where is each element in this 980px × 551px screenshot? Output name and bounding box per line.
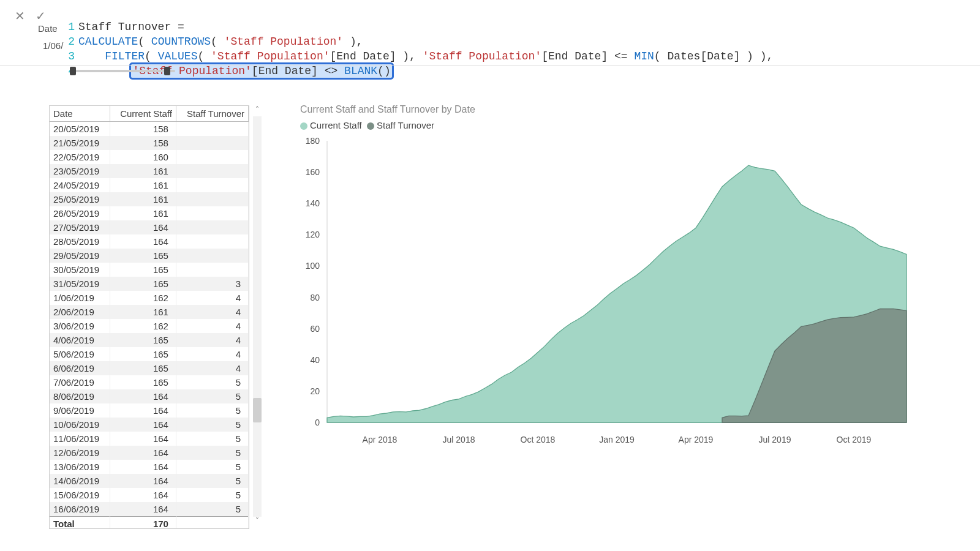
table-row[interactable]: 7/06/20191655 bbox=[50, 375, 249, 389]
close-icon: ✕ bbox=[15, 9, 25, 23]
cell-current: 161 bbox=[110, 305, 176, 319]
total-turnover bbox=[176, 517, 248, 530]
cell-date: 23/05/2019 bbox=[50, 164, 110, 178]
legend-label-2: Staff Turnover bbox=[377, 120, 434, 130]
cell-current: 164 bbox=[110, 502, 176, 517]
cell-turnover bbox=[176, 136, 248, 150]
cell-turnover bbox=[176, 249, 248, 263]
date-slicer-slider[interactable] bbox=[72, 70, 175, 72]
col-header-current[interactable]: Current Staff bbox=[110, 106, 176, 122]
data-table: Date Current Staff Staff Turnover 20/05/… bbox=[50, 106, 249, 529]
cell-turnover: 4 bbox=[176, 361, 248, 375]
cell-turnover bbox=[176, 164, 248, 178]
cell-date: 7/06/2019 bbox=[50, 375, 110, 389]
y-axis-tick: 40 bbox=[300, 355, 320, 365]
scrollbar-track[interactable] bbox=[253, 116, 262, 517]
cell-current: 164 bbox=[110, 403, 176, 418]
x-axis-tick: Apr 2018 bbox=[363, 435, 398, 444]
cell-turnover: 4 bbox=[176, 305, 248, 319]
cell-date: 8/06/2019 bbox=[50, 389, 110, 403]
cell-turnover: 5 bbox=[176, 389, 248, 403]
table-row[interactable]: 4/06/20191654 bbox=[50, 333, 249, 347]
y-axis-tick: 180 bbox=[300, 136, 320, 146]
cell-date: 14/06/2019 bbox=[50, 474, 110, 488]
cell-current: 164 bbox=[110, 446, 176, 460]
cell-date: 27/05/2019 bbox=[50, 220, 110, 234]
cell-current: 164 bbox=[110, 432, 176, 446]
scrollbar-thumb[interactable] bbox=[253, 398, 262, 422]
cell-turnover bbox=[176, 192, 248, 206]
dax-editor[interactable]: 1Staff Turnover = 2CALCULATE( COUNTROWS(… bbox=[64, 5, 973, 93]
cell-current: 165 bbox=[110, 263, 176, 277]
y-axis-tick: 80 bbox=[300, 293, 320, 302]
scroll-up-icon[interactable]: ˄ bbox=[251, 105, 263, 116]
cell-current: 164 bbox=[110, 474, 176, 488]
table-row[interactable]: 22/05/2019160 bbox=[50, 150, 249, 164]
cell-current: 165 bbox=[110, 347, 176, 361]
table-row[interactable]: 27/05/2019164 bbox=[50, 220, 249, 234]
table-row[interactable]: 16/06/20191645 bbox=[50, 502, 249, 517]
scroll-down-icon[interactable]: ˅ bbox=[251, 517, 263, 528]
table-row[interactable]: 3/06/20191624 bbox=[50, 319, 249, 333]
cell-date: 13/06/2019 bbox=[50, 460, 110, 474]
table-row[interactable]: 31/05/20191653 bbox=[50, 277, 249, 291]
table-row[interactable]: 25/05/2019161 bbox=[50, 192, 249, 206]
table-row[interactable]: 23/05/2019161 bbox=[50, 164, 249, 178]
col-header-date[interactable]: Date bbox=[50, 106, 110, 122]
table-row[interactable]: 21/05/2019158 bbox=[50, 136, 249, 150]
slicer-start-date: 1/06/ bbox=[43, 40, 63, 51]
slider-thumb-end[interactable] bbox=[164, 67, 170, 75]
cell-turnover: 5 bbox=[176, 403, 248, 418]
cell-date: 29/05/2019 bbox=[50, 249, 110, 263]
table-row[interactable]: 11/06/20191645 bbox=[50, 432, 249, 446]
cell-date: 11/06/2019 bbox=[50, 432, 110, 446]
cell-date: 6/06/2019 bbox=[50, 361, 110, 375]
cell-turnover bbox=[176, 122, 248, 137]
table-row[interactable]: 13/06/20191645 bbox=[50, 460, 249, 474]
slider-thumb-start[interactable] bbox=[70, 67, 76, 75]
table-row[interactable]: 14/06/20191645 bbox=[50, 474, 249, 488]
cell-date: 3/06/2019 bbox=[50, 319, 110, 333]
cell-current: 161 bbox=[110, 192, 176, 206]
table-row[interactable]: 26/05/2019161 bbox=[50, 206, 249, 220]
chart-plot-area: 020406080100120140160180Apr 2018Jul 2018… bbox=[300, 137, 913, 443]
table-row[interactable]: 9/06/20191645 bbox=[50, 403, 249, 418]
table-row[interactable]: 5/06/20191654 bbox=[50, 347, 249, 361]
y-axis-tick: 140 bbox=[300, 198, 320, 208]
total-current: 170 bbox=[110, 517, 176, 530]
cell-turnover bbox=[176, 150, 248, 164]
cancel-button[interactable]: ✕ bbox=[11, 7, 28, 24]
cell-turnover: 5 bbox=[176, 418, 248, 432]
table-row[interactable]: 28/05/2019164 bbox=[50, 234, 249, 249]
cell-current: 165 bbox=[110, 361, 176, 375]
table-row[interactable]: 29/05/2019165 bbox=[50, 249, 249, 263]
table-row[interactable]: 8/06/20191645 bbox=[50, 389, 249, 403]
table-row[interactable]: 30/05/2019165 bbox=[50, 263, 249, 277]
code-line: CALCULATE( COUNTROWS( 'Staff Population'… bbox=[78, 36, 363, 48]
area-chart-visual[interactable]: Current Staff and Staff Turnover by Date… bbox=[300, 104, 913, 453]
col-header-turnover[interactable]: Staff Turnover bbox=[176, 106, 248, 122]
cell-current: 165 bbox=[110, 333, 176, 347]
table-scrollbar[interactable]: ˄ ˅ bbox=[251, 105, 263, 528]
table-row[interactable]: 20/05/2019158 bbox=[50, 122, 249, 137]
table-row[interactable]: 6/06/20191654 bbox=[50, 361, 249, 375]
cell-date: 26/05/2019 bbox=[50, 206, 110, 220]
cell-current: 161 bbox=[110, 164, 176, 178]
total-label: Total bbox=[50, 517, 110, 530]
y-axis-tick: 20 bbox=[300, 386, 320, 396]
table-row[interactable]: 10/06/20191645 bbox=[50, 418, 249, 432]
data-table-visual[interactable]: Date Current Staff Staff Turnover 20/05/… bbox=[49, 105, 249, 529]
table-row[interactable]: 2/06/20191614 bbox=[50, 305, 249, 319]
commit-button[interactable]: ✓ bbox=[32, 7, 49, 24]
cell-turnover: 4 bbox=[176, 291, 248, 305]
cell-current: 158 bbox=[110, 122, 176, 137]
table-row[interactable]: 24/05/2019161 bbox=[50, 178, 249, 192]
table-row[interactable]: 12/06/20191645 bbox=[50, 446, 249, 460]
table-row[interactable]: 1/06/20191624 bbox=[50, 291, 249, 305]
chart-legend: Current Staff Staff Turnover bbox=[300, 120, 913, 130]
cell-current: 162 bbox=[110, 291, 176, 305]
table-row[interactable]: 15/06/20191645 bbox=[50, 488, 249, 502]
cell-current: 164 bbox=[110, 418, 176, 432]
cell-turnover: 5 bbox=[176, 488, 248, 502]
cell-turnover: 5 bbox=[176, 375, 248, 389]
